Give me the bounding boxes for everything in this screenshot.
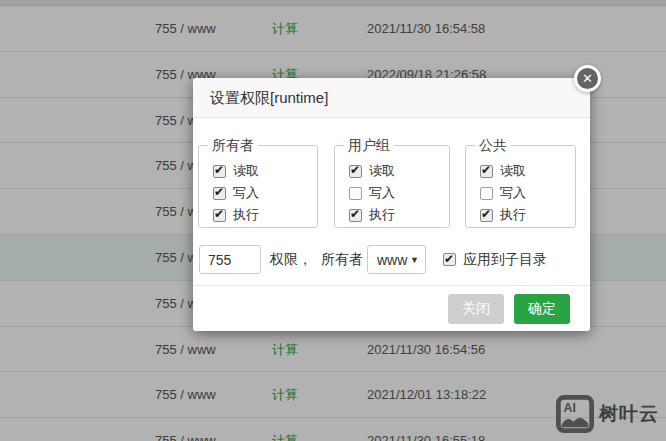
- permission-checkbox-item[interactable]: 读取: [349, 160, 449, 182]
- permission-group: 用户组 读取 写入 执行: [334, 145, 450, 228]
- checkbox-label: 写入: [369, 184, 395, 202]
- permission-value-input[interactable]: [199, 245, 261, 274]
- screen: 755 / www 计算 2021/11/30 16:54:58 755 / w…: [0, 0, 666, 441]
- permission-group: 公共 读取 写入 执行: [465, 145, 576, 228]
- close-icon: ✕: [582, 72, 593, 85]
- watermark-ai-label: AI: [564, 401, 576, 415]
- permission-label: 权限，: [270, 245, 312, 274]
- checkbox-label: 读取: [500, 162, 526, 180]
- permission-checkbox-item[interactable]: 读取: [480, 160, 575, 182]
- checkbox-icon[interactable]: [213, 187, 226, 200]
- checkbox-icon[interactable]: [349, 165, 362, 178]
- permission-checkbox-item[interactable]: 执行: [480, 204, 575, 226]
- checkbox-icon[interactable]: [443, 253, 456, 266]
- checkbox-icon[interactable]: [349, 187, 362, 200]
- checkbox-label: 执行: [500, 206, 526, 224]
- group-legend: 所有者: [208, 137, 258, 155]
- dialog-footer: 关闭 确定: [193, 285, 590, 331]
- owner-select[interactable]: www ▼: [367, 245, 426, 274]
- checkbox-icon[interactable]: [480, 209, 493, 222]
- permission-groups: 所有者 读取 写入 执行 用户组 读取 写入 执行: [198, 145, 576, 228]
- checkbox-icon[interactable]: [213, 209, 226, 222]
- chevron-down-icon: ▼: [410, 255, 419, 265]
- checkbox-label: 读取: [369, 162, 395, 180]
- checkbox-icon[interactable]: [480, 165, 493, 178]
- dialog-header: 设置权限[runtime]: [193, 78, 590, 118]
- owner-select-value: www: [377, 252, 410, 268]
- group-items: 读取 写入 执行: [349, 160, 449, 226]
- apply-to-subdir-label: 应用到子目录: [463, 251, 547, 269]
- dialog-close-button[interactable]: ✕: [574, 65, 601, 92]
- close-button[interactable]: 关闭: [448, 294, 504, 324]
- permission-group: 所有者 读取 写入 执行: [198, 145, 318, 228]
- checkbox-label: 写入: [233, 184, 259, 202]
- watermark: AI 树叶云: [556, 395, 659, 433]
- set-permission-dialog: 设置权限[runtime] 所有者 读取 写入 执行 用户组 读取 写: [193, 78, 590, 331]
- permission-checkbox-item[interactable]: 写入: [213, 182, 317, 204]
- group-legend: 用户组: [344, 137, 394, 155]
- group-items: 读取 写入 执行: [213, 160, 317, 226]
- checkbox-label: 执行: [233, 206, 259, 224]
- confirm-button[interactable]: 确定: [514, 294, 570, 324]
- watermark-logo-icon: AI: [556, 395, 594, 433]
- checkbox-icon[interactable]: [480, 187, 493, 200]
- permission-checkbox-item[interactable]: 执行: [213, 204, 317, 226]
- group-items: 读取 写入 执行: [480, 160, 575, 226]
- permission-checkbox-item[interactable]: 执行: [349, 204, 449, 226]
- permission-checkbox-item[interactable]: 写入: [480, 182, 575, 204]
- watermark-brand: 树叶云: [599, 401, 659, 427]
- checkbox-icon[interactable]: [349, 209, 362, 222]
- checkbox-icon[interactable]: [213, 165, 226, 178]
- permission-checkbox-item[interactable]: 写入: [349, 182, 449, 204]
- owner-label: 所有者: [321, 245, 363, 274]
- permission-value-row: 权限， 所有者 www ▼ 应用到子目录: [193, 245, 590, 274]
- checkbox-label: 读取: [233, 162, 259, 180]
- apply-to-subdir-checkbox[interactable]: 应用到子目录: [443, 245, 547, 274]
- dialog-title: 设置权限[runtime]: [210, 78, 328, 117]
- permission-checkbox-item[interactable]: 读取: [213, 160, 317, 182]
- checkbox-label: 写入: [500, 184, 526, 202]
- checkbox-label: 执行: [369, 206, 395, 224]
- group-legend: 公共: [475, 137, 511, 155]
